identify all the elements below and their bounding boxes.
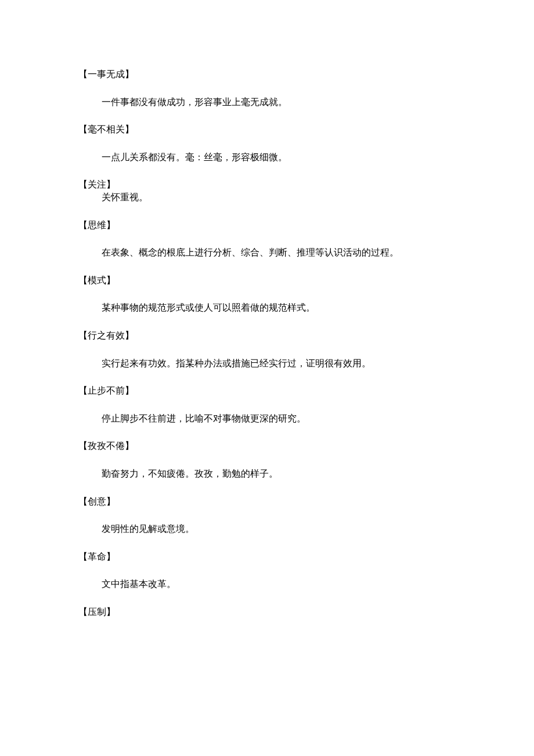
term-definition: 勤奋努力，不知疲倦。孜孜，勤勉的样子。 bbox=[78, 466, 456, 481]
term-definition: 发明性的见解或意境。 bbox=[78, 521, 456, 537]
term-heading: 【孜孜不倦】 bbox=[78, 438, 456, 453]
term-definition: 实行起来有功效。指某种办法或措施已经实行过，证明很有效用。 bbox=[78, 356, 456, 371]
term-definition: 停止脚步不往前进，比喻不对事物做更深的研究。 bbox=[78, 411, 456, 426]
term-definition: 一件事都没有做成功，形容事业上毫无成就。 bbox=[78, 95, 456, 110]
term-heading: 【压制】 bbox=[78, 604, 456, 620]
term-definition: 一点儿关系都没有。毫：丝毫，形容极细微。 bbox=[78, 150, 456, 165]
term-heading: 【革命】 bbox=[78, 549, 456, 564]
term-definition: 在表象、概念的根底上进行分析、综合、判断、推理等认识活动的过程。 bbox=[78, 245, 456, 260]
term-definition: 关怀重视。 bbox=[78, 190, 456, 205]
document-page: 【一事无成】 一件事都没有做成功，形容事业上毫无成就。 【毫不相关】 一点儿关系… bbox=[0, 0, 534, 667]
term-heading: 【行之有效】 bbox=[78, 328, 456, 343]
term-heading: 【模式】 bbox=[78, 273, 456, 288]
term-heading: 【毫不相关】 bbox=[78, 122, 456, 137]
term-heading: 【一事无成】 bbox=[78, 67, 456, 82]
term-definition: 文中指基本改革。 bbox=[78, 577, 456, 592]
term-definition: 某种事物的规范形式或使人可以照着做的规范样式。 bbox=[78, 300, 456, 315]
term-heading: 【止步不前】 bbox=[78, 383, 456, 398]
term-heading: 【创意】 bbox=[78, 494, 456, 509]
term-heading: 【思维】 bbox=[78, 218, 456, 233]
